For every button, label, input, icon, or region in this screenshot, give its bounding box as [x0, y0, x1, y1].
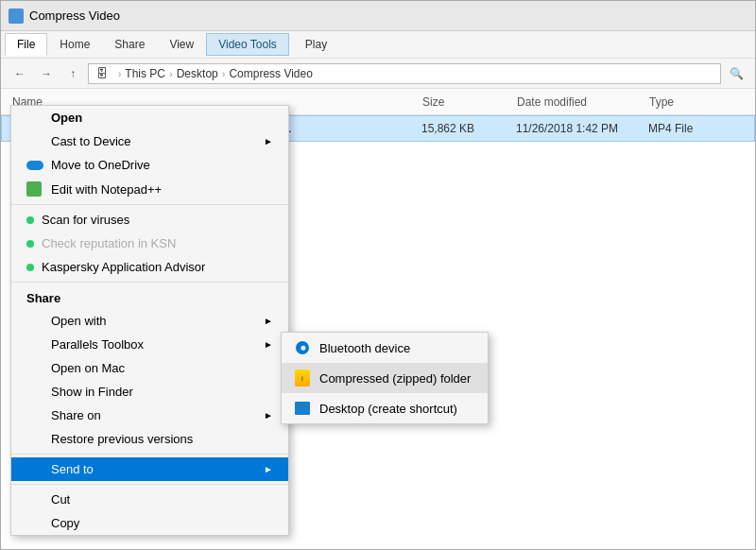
path-desktop: Desktop: [177, 67, 218, 80]
menu-item-openonmac[interactable]: Open on Mac: [11, 356, 288, 380]
separator-4: [11, 484, 288, 485]
menu-item-shareon[interactable]: Share on ►: [11, 404, 288, 427]
menu-item-parallels[interactable]: Parallels Toolbox ►: [11, 333, 288, 356]
col-header-date[interactable]: Date modified: [517, 95, 649, 109]
menu-item-notepad[interactable]: Edit with Notepad++: [11, 177, 288, 201]
tab-home[interactable]: Home: [47, 33, 102, 56]
address-bar: ← → ↑ 🗄 › This PC › Desktop › Compress V…: [1, 59, 755, 89]
submenu-arrow-parallels: ►: [264, 339, 273, 350]
file-date: 11/26/2018 1:42 PM: [516, 122, 648, 135]
search-button[interactable]: 🔍: [725, 62, 747, 85]
submenu-arrow-sendto: ►: [264, 464, 273, 474]
submenu-arrow-cast: ►: [264, 136, 273, 146]
tab-play[interactable]: Play: [293, 33, 339, 56]
menu-item-scan[interactable]: Scan for viruses: [11, 208, 288, 232]
menu-item-cut[interactable]: Cut: [11, 488, 288, 511]
tab-share[interactable]: Share: [102, 33, 157, 56]
col-header-type[interactable]: Type: [649, 95, 744, 109]
separator-2: [11, 282, 288, 283]
menu-item-restore[interactable]: Restore previous versions: [11, 427, 288, 451]
title-bar-label: Compress Video: [29, 9, 120, 23]
kaspersky-dot-1: [26, 216, 34, 224]
section-share: Share: [11, 285, 288, 309]
menu-item-openwith[interactable]: Open with ►: [11, 309, 288, 333]
submenu-arrow-openwith: ►: [264, 316, 273, 326]
ribbon-tabs: File Home Share View Video Tools Play: [1, 31, 755, 58]
send-to-submenu: ⎈ Bluetooth device i Compressed (zipped)…: [281, 332, 489, 424]
submenu-arrow-shareon: ►: [264, 410, 273, 421]
file-size: 15,862 KB: [421, 122, 516, 135]
submenu-item-desktop[interactable]: Desktop (create shortcut): [282, 393, 488, 423]
desktop-icon: [293, 399, 312, 418]
menu-item-open[interactable]: Open: [11, 106, 288, 129]
menu-item-advisor[interactable]: Kaspersky Application Advisor: [11, 255, 288, 279]
tab-file[interactable]: File: [5, 33, 47, 56]
path-segment: 🗄: [96, 67, 114, 80]
context-menu: Open Cast to Device ► Move to OneDrive E…: [10, 105, 289, 536]
menu-item-showfinder[interactable]: Show in Finder: [11, 380, 288, 404]
menu-item-reputation: Check reputation in KSN: [11, 232, 288, 255]
address-path[interactable]: 🗄 › This PC › Desktop › Compress Video: [88, 63, 721, 84]
title-bar: Compress Video: [1, 1, 755, 31]
kaspersky-dot-2: [26, 240, 34, 248]
path-compress: Compress Video: [229, 67, 313, 80]
separator-3: [11, 454, 288, 455]
submenu-item-compressed[interactable]: i Compressed (zipped) folder: [282, 363, 488, 393]
title-bar-icon: [9, 9, 24, 24]
bluetooth-icon: ⎈: [293, 338, 312, 357]
zip-icon: i: [293, 369, 312, 387]
tab-video-tools[interactable]: Video Tools: [206, 33, 289, 56]
ribbon: File Home Share View Video Tools Play: [1, 31, 755, 59]
menu-item-sendto[interactable]: Send to ►: [11, 457, 288, 481]
menu-item-onedrive[interactable]: Move to OneDrive: [11, 153, 288, 177]
up-button[interactable]: ↑: [61, 62, 84, 85]
menu-item-cast[interactable]: Cast to Device ►: [11, 129, 288, 153]
col-header-size[interactable]: Size: [422, 95, 517, 109]
onedrive-icon: [26, 161, 45, 170]
menu-item-copy[interactable]: Copy: [11, 511, 288, 535]
back-button[interactable]: ←: [9, 62, 31, 85]
forward-button[interactable]: →: [35, 62, 58, 85]
separator-1: [11, 204, 288, 205]
tab-view[interactable]: View: [157, 33, 206, 56]
path-thispc: This PC: [125, 67, 165, 80]
file-type: MP4 File: [648, 122, 743, 135]
submenu-item-bluetooth[interactable]: ⎈ Bluetooth device: [282, 333, 488, 363]
explorer-window: Compress Video File Home Share View Vide…: [0, 0, 756, 550]
notepadpp-icon: [26, 181, 45, 197]
kaspersky-dot-3: [26, 264, 34, 271]
